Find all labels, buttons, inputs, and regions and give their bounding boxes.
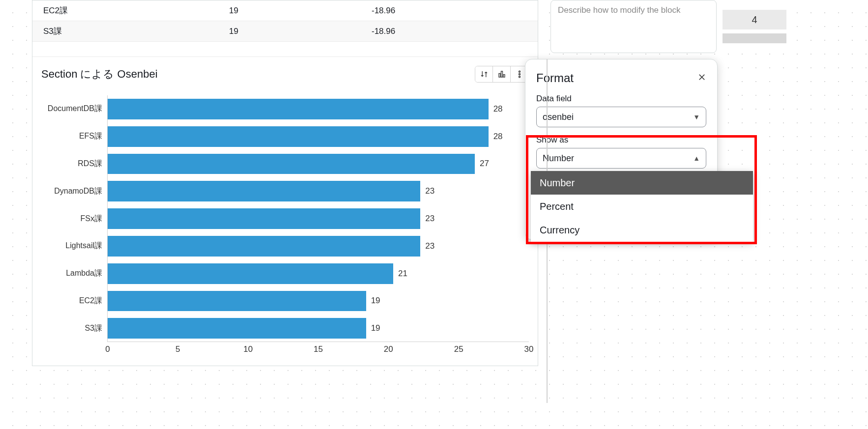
bar-row: 19 (108, 287, 529, 315)
bar-value-label: 19 (371, 296, 380, 306)
bar[interactable] (108, 154, 475, 174)
svg-point-3 (519, 71, 521, 72)
y-axis-category-label: Lambda課 (43, 260, 107, 287)
cell-section: S3課 (32, 26, 229, 37)
bar[interactable] (108, 126, 489, 147)
bar-row: 21 (108, 260, 529, 287)
dropdown-option[interactable]: Number (531, 171, 753, 195)
svg-rect-2 (503, 75, 505, 77)
svg-point-5 (519, 76, 521, 78)
caret-down-icon: ▼ (693, 113, 700, 121)
popover-header: Format (536, 71, 706, 85)
y-axis-category-label: DocumentDB課 (43, 95, 107, 123)
x-axis-tick-label: 30 (524, 344, 534, 354)
close-icon (697, 73, 706, 82)
right-count-value: 4 (752, 14, 757, 26)
y-axis-category-label: EFS課 (43, 123, 107, 150)
bar[interactable] (108, 99, 489, 119)
table-row: EC2課 19 -18.96 (32, 0, 538, 21)
dropdown-option[interactable]: Currency (531, 218, 753, 242)
x-axis-tick-label: 10 (243, 344, 253, 354)
y-axis-labels: DocumentDB課EFS課RDS課DynamoDB課FSx課Lightsai… (43, 95, 107, 361)
x-axis-tick-label: 20 (384, 344, 393, 354)
bar-chart-button[interactable] (493, 66, 511, 82)
bar-row: 19 (108, 315, 529, 342)
table-row: S3課 19 -18.96 (32, 21, 538, 42)
caret-up-icon: ▲ (693, 154, 700, 162)
sort-button[interactable] (475, 66, 493, 82)
y-axis-category-label: EC2課 (43, 287, 107, 315)
cell-delta: -18.96 (372, 27, 538, 36)
bar[interactable] (108, 263, 393, 284)
chart-panel: Section による Osenbei DocumentDB課EFS課RDS課D… (32, 57, 538, 366)
y-axis-category-label: DynamoDB課 (43, 177, 107, 205)
bar-value-label: 28 (493, 132, 503, 142)
x-axis-tick-label: 25 (454, 344, 463, 354)
right-divider-bar (723, 33, 786, 43)
svg-point-4 (519, 74, 521, 75)
bar-row: 28 (108, 95, 529, 123)
bar-value-label: 19 (371, 323, 380, 333)
show-as-dropdown: NumberPercentCurrency (531, 171, 753, 242)
x-axis-tick-label: 5 (175, 344, 180, 354)
bar-row: 23 (108, 205, 529, 232)
cell-delta: -18.96 (372, 6, 538, 16)
cell-count: 19 (229, 27, 372, 36)
describe-input[interactable]: Describe how to modify the block (550, 0, 717, 53)
x-axis-tick-label: 0 (105, 344, 110, 354)
bar-value-label: 23 (425, 241, 434, 251)
bar[interactable] (108, 181, 420, 201)
bar-value-label: 28 (493, 104, 503, 114)
bar-value-label: 21 (398, 269, 407, 279)
x-axis-tick-label: 15 (314, 344, 323, 354)
show-as-label: Show as (536, 135, 706, 145)
chart-toolbar (475, 66, 529, 83)
bar-row: 27 (108, 150, 529, 178)
chart-header: Section による Osenbei (41, 66, 529, 83)
bar-value-label: 23 (425, 186, 434, 196)
cell-count: 19 (229, 6, 372, 16)
show-as-select[interactable]: Number ▲ (536, 148, 706, 169)
bar[interactable] (108, 236, 420, 257)
bar-row: 28 (108, 123, 529, 150)
dropdown-option[interactable]: Percent (531, 195, 753, 218)
popover-title: Format (536, 71, 574, 85)
x-axis: 051015202530 (108, 342, 529, 356)
bar-value-label: 23 (425, 214, 434, 224)
bar-value-label: 27 (480, 159, 489, 169)
describe-placeholder: Describe how to modify the block (558, 5, 680, 15)
bar-chart-icon (497, 70, 506, 79)
chart-body: DocumentDB課EFS課RDS課DynamoDB課FSx課Lightsai… (41, 95, 529, 361)
sort-icon (480, 70, 489, 79)
main-card: EC2課 19 -18.96 S3課 19 -18.96 Section による… (32, 0, 538, 366)
more-vertical-icon (515, 70, 524, 79)
chart-title: Section による Osenbei (41, 67, 158, 82)
data-field-label: Data field (536, 94, 706, 104)
y-axis-category-label: FSx課 (43, 205, 107, 232)
cell-section: EC2課 (32, 5, 229, 16)
svg-rect-1 (501, 71, 502, 77)
right-count-badge[interactable]: 4 (723, 10, 786, 29)
plot-area: 282827232323211919051015202530 (107, 95, 529, 342)
svg-rect-0 (499, 74, 500, 78)
y-axis-category-label: Lightsail課 (43, 232, 107, 260)
bar[interactable] (108, 208, 420, 229)
bar-row: 23 (108, 177, 529, 205)
bar[interactable] (108, 291, 366, 312)
bar-row: 23 (108, 232, 529, 260)
y-axis-category-label: RDS課 (43, 150, 107, 178)
close-button[interactable] (697, 72, 706, 85)
bar[interactable] (108, 318, 366, 339)
y-axis-category-label: S3課 (43, 315, 107, 342)
data-field-select[interactable]: osenbei ▼ (536, 107, 706, 127)
